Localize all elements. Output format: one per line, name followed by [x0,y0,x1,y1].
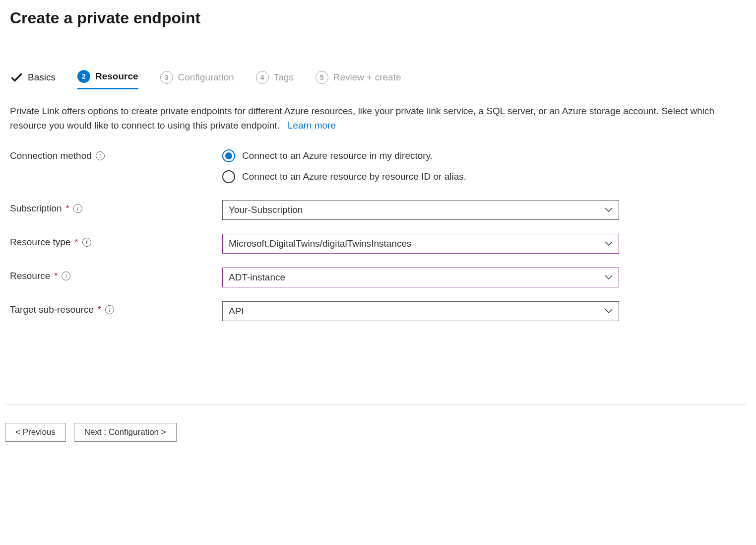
page-title: Create a private endpoint [10,0,746,42]
tab-review-create[interactable]: 5 Review + create [315,71,401,89]
info-icon[interactable]: i [82,238,91,247]
label-text: Subscription [10,203,62,214]
connection-method-radio-group: Connect to an Azure resource in my direc… [222,149,619,183]
wizard-tabs: Basics 2 Resource 3 Configuration 4 Tags… [10,42,746,89]
tab-description: Private Link offers options to create pr… [10,104,746,133]
radio-connect-resource-id[interactable]: Connect to an Azure resource by resource… [222,170,619,183]
target-sub-resource-row: Target sub-resource * i API [10,301,746,321]
dropdown-value: ADT-instance [229,272,285,283]
resource-type-row: Resource type * i Microsoft.DigitalTwins… [10,234,746,254]
tab-number-icon: 2 [77,70,90,83]
tab-label: Resource [95,71,138,82]
resource-label: Resource * i [10,268,222,281]
next-button[interactable]: Next : Configuration > [74,423,177,442]
info-icon[interactable]: i [96,151,105,160]
radio-label: Connect to an Azure resource by resource… [242,171,466,182]
required-icon: * [54,271,58,281]
description-text: Private Link offers options to create pr… [10,106,714,131]
tab-number-icon: 5 [315,71,328,84]
subscription-dropdown[interactable]: Your-Subscription [222,200,619,220]
target-sub-resource-label: Target sub-resource * i [10,301,222,315]
dropdown-value: Microsoft.DigitalTwins/digitalTwinsInsta… [229,238,412,249]
tab-tags[interactable]: 4 Tags [256,71,294,89]
tab-label: Tags [274,72,294,83]
radio-selected-icon [222,149,235,162]
checkmark-icon [10,71,23,84]
resource-type-label: Resource type * i [10,234,222,248]
tab-label: Basics [28,72,56,83]
radio-connect-directory[interactable]: Connect to an Azure resource in my direc… [222,149,619,162]
info-icon[interactable]: i [73,204,82,213]
tab-basics[interactable]: Basics [10,71,56,89]
form-section: Connection method i Connect to an Azure … [10,149,746,335]
required-icon: * [66,204,69,214]
label-text: Resource [10,271,50,281]
label-text: Connection method [10,150,92,161]
info-icon[interactable]: i [62,272,70,280]
tab-number-icon: 4 [256,71,269,84]
connection-method-label: Connection method i [10,149,222,161]
required-icon: * [98,305,101,315]
tab-label: Review + create [333,72,401,83]
dropdown-value: API [229,306,244,317]
label-text: Target sub-resource [10,304,94,315]
learn-more-link[interactable]: Learn more [288,120,336,131]
footer-buttons: < Previous Next : Configuration > [5,405,746,442]
resource-row: Resource * i ADT-instance [10,268,746,287]
radio-label: Connect to an Azure resource in my direc… [242,150,433,161]
chevron-down-icon [605,207,613,212]
chevron-down-icon [605,309,613,314]
info-icon[interactable]: i [105,305,114,314]
tab-label: Configuration [178,72,234,83]
tab-resource[interactable]: 2 Resource [77,70,138,89]
connection-method-row: Connection method i Connect to an Azure … [10,149,746,183]
previous-button[interactable]: < Previous [5,423,66,442]
tab-number-icon: 3 [160,71,173,84]
resource-type-dropdown[interactable]: Microsoft.DigitalTwins/digitalTwinsInsta… [222,234,619,254]
resource-dropdown[interactable]: ADT-instance [222,268,619,287]
chevron-down-icon [605,275,613,280]
tab-configuration[interactable]: 3 Configuration [160,71,234,89]
subscription-label: Subscription * i [10,200,222,214]
label-text: Resource type [10,237,71,248]
radio-unselected-icon [222,170,235,183]
subscription-row: Subscription * i Your-Subscription [10,200,746,220]
target-sub-resource-dropdown[interactable]: API [222,301,619,321]
required-icon: * [75,237,78,248]
dropdown-value: Your-Subscription [229,204,303,215]
chevron-down-icon [605,241,613,246]
